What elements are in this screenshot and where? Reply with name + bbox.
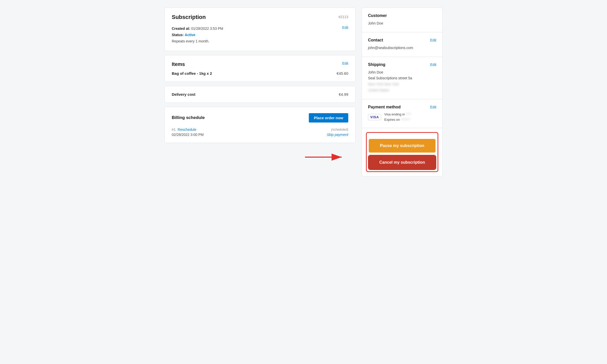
customer-section: Customer John Doe <box>362 8 443 32</box>
visa-logo: VISA <box>368 114 381 120</box>
items-edit-link[interactable]: Edit <box>342 61 348 65</box>
arrow-annotation-area <box>164 150 348 165</box>
reschedule-link[interactable]: Reschedule <box>178 128 197 132</box>
delivery-label: Delivery cost <box>172 92 195 96</box>
shipping-title: Shipping <box>368 62 385 67</box>
schedule-number: #1 <box>172 128 176 132</box>
created-at-value: 01/28/2022 3:53 PM <box>191 27 223 31</box>
shipping-country: United States <box>368 87 436 93</box>
ending-number: **** <box>406 112 411 117</box>
items-card: Items Edit Bag of coffee - 1kg x 2 €45.6… <box>164 55 356 82</box>
payment-method-row: VISA Visa ending in **** Expires on **/*… <box>368 112 436 123</box>
customer-name: John Doe <box>368 20 436 27</box>
expires-value: **/**/** <box>401 117 410 123</box>
ending-text: Visa ending in <box>384 112 406 116</box>
item-row: Bag of coffee - 1kg x 2 €45.60 <box>172 71 348 76</box>
contact-title: Contact <box>368 38 383 42</box>
expires-text: Expires on <box>384 118 401 122</box>
delivery-price: €4.99 <box>339 92 348 96</box>
repeats-line: Repeats every 1 month. <box>172 38 223 44</box>
payment-card-info: Visa ending in **** Expires on **/**/** <box>384 112 411 123</box>
shipping-edit-link[interactable]: Edit <box>430 63 436 67</box>
status-label: Status: <box>172 33 184 37</box>
customer-header: Customer <box>368 13 436 18</box>
item-price: €45.60 <box>337 71 348 76</box>
delivery-row: Delivery cost €4.99 <box>172 92 348 96</box>
contact-header: Contact Edit <box>368 38 436 42</box>
shipping-name: John Doe <box>368 69 436 76</box>
contact-section: Contact Edit john@sealsubscriptions.com <box>362 32 443 57</box>
action-buttons-section: Pause my subscription Cancel my subscrip… <box>362 128 443 176</box>
subscription-edit-link[interactable]: Edit <box>342 26 348 30</box>
place-order-button[interactable]: Place order now <box>309 113 348 123</box>
billing-schedule-card: Billing schedule Place order now #1 Resc… <box>164 107 356 143</box>
contact-edit-link[interactable]: Edit <box>430 38 436 42</box>
billing-header: Billing schedule Place order now <box>172 113 348 123</box>
main-column: Subscription #2113 Created at: 01/28/202… <box>164 8 356 176</box>
payment-section: Payment method Edit VISA Visa ending in … <box>362 99 443 128</box>
shipping-header: Shipping Edit <box>368 62 436 67</box>
shipping-street: Seal Subscriptions street 5a <box>368 75 436 81</box>
status-value: Active <box>185 33 195 37</box>
shipping-city: New York New York <box>368 81 436 87</box>
shipping-city-blurred: New York New York <box>368 81 399 87</box>
cancel-subscription-button[interactable]: Cancel my subscription <box>369 156 436 169</box>
items-title: Items <box>172 61 185 67</box>
red-arrow-icon <box>302 150 348 165</box>
pause-subscription-button[interactable]: Pause my subscription <box>369 139 436 153</box>
customer-title: Customer <box>368 13 387 18</box>
skip-payment-link[interactable]: Skip payment <box>327 133 348 137</box>
payment-title: Payment method <box>368 105 401 109</box>
schedule-entry: #1 Reschedule (scheduled) 02/28/2022 3:0… <box>172 128 348 137</box>
created-at-label: Created at: <box>172 27 190 31</box>
schedule-top: #1 Reschedule (scheduled) <box>172 128 348 132</box>
billing-title: Billing schedule <box>172 115 205 120</box>
delivery-card: Delivery cost €4.99 <box>164 86 356 103</box>
contact-email: john@sealsubscriptions.com <box>368 45 436 51</box>
created-at-line: Created at: 01/28/2022 3:53 PM <box>172 26 223 32</box>
action-buttons: Pause my subscription Cancel my subscrip… <box>369 139 436 169</box>
side-column: Customer John Doe Contact Edit john@seal… <box>362 8 443 176</box>
item-name: Bag of coffee - 1kg x 2 <box>172 71 212 76</box>
shipping-section: Shipping Edit John Doe Seal Subscription… <box>362 57 443 99</box>
schedule-date: 02/28/2022 3:00 PM <box>172 133 204 137</box>
scheduled-tag: (scheduled) <box>331 128 348 131</box>
payment-expires-line: Expires on **/**/** <box>384 117 411 123</box>
shipping-country-blurred: United States <box>368 87 389 93</box>
payment-ending-line: Visa ending in **** <box>384 112 411 117</box>
subscription-card: Subscription #2113 Created at: 01/28/202… <box>164 8 356 51</box>
subscription-number: #2113 <box>338 15 348 19</box>
cancel-highlight-box: Pause my subscription Cancel my subscrip… <box>366 132 438 172</box>
payment-edit-link[interactable]: Edit <box>430 105 436 109</box>
schedule-bottom: 02/28/2022 3:00 PM Skip payment <box>172 133 348 137</box>
payment-header: Payment method Edit <box>368 105 436 109</box>
status-line: Status: Active <box>172 32 223 38</box>
subscription-title: Subscription <box>172 14 206 20</box>
